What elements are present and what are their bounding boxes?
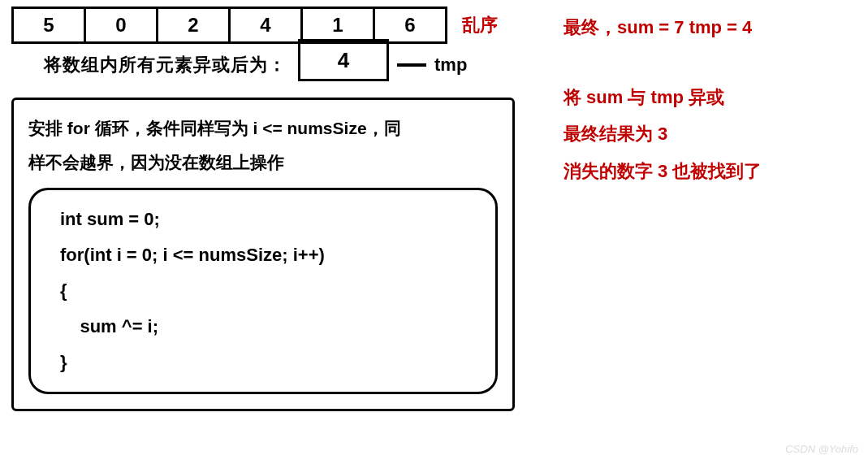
explanation-box: 安排 for 循环，条件同样写为 i <= numsSize，同 样不会越界，因…: [11, 98, 515, 411]
array-cell: 2: [156, 7, 231, 44]
instruction-line: 安排 for 循环，条件同样写为 i <= numsSize，同: [28, 111, 498, 145]
array-cell: 0: [84, 7, 158, 44]
result-line: 消失的数字 3 也被找到了: [564, 155, 857, 188]
code-line: {: [60, 273, 474, 309]
xor-row: 将数组内所有元素异或后为： 4 tmp: [44, 49, 515, 81]
xor-text: 将数组内所有元素异或后为：: [44, 53, 287, 77]
left-panel: 5 0 2 4 1 6 乱序 将数组内所有元素异或后为： 4 tmp 安排 fo…: [11, 7, 515, 411]
array-cell: 5: [11, 7, 86, 44]
result-line: 最终，sum = 7 tmp = 4: [564, 11, 857, 44]
result-line: 最终结果为 3: [564, 118, 857, 150]
tmp-label: tmp: [434, 54, 467, 76]
result-line: 将 sum 与 tmp 异或: [564, 81, 857, 114]
code-box: int sum = 0; for(int i = 0; i <= numsSiz…: [28, 188, 498, 394]
array-row: 5 0 2 4 1 6 乱序: [11, 7, 515, 44]
xor-result-cell: 4: [298, 39, 389, 81]
array-cell: 4: [228, 7, 303, 44]
spacer: [564, 49, 857, 81]
right-panel: 最终，sum = 7 tmp = 4 将 sum 与 tmp 异或 最终结果为 …: [564, 7, 857, 411]
code-line: for(int i = 0; i <= numsSize; i++): [60, 237, 474, 273]
code-line: }: [60, 345, 474, 380]
code-line: sum ^= i;: [60, 309, 474, 345]
connector-line: [397, 63, 426, 67]
watermark: CSDN @Yohifo: [785, 443, 858, 455]
code-line: int sum = 0;: [60, 202, 474, 237]
array-label: 乱序: [462, 13, 498, 37]
instruction-line: 样不会越界，因为没在数组上操作: [28, 145, 498, 180]
